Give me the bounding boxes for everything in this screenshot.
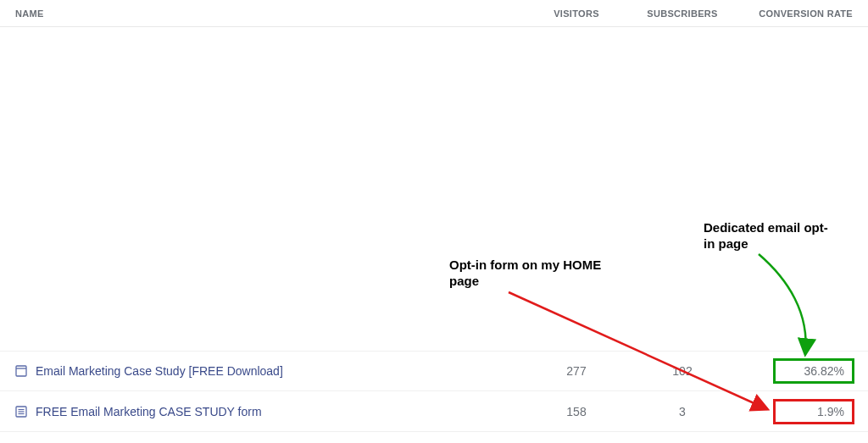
svg-rect-0 xyxy=(16,366,26,376)
conversion-rate-value: 36.82% xyxy=(737,364,868,378)
table-row: Email Marketing Case Study [FREE Downloa… xyxy=(0,351,868,391)
form-name-link[interactable]: Email Marketing Case Study [FREE Downloa… xyxy=(36,364,283,378)
visitors-value: 277 xyxy=(526,364,627,378)
table-header: NAME VISITORS SUBSCRIBERS CONVERSION RAT… xyxy=(0,0,868,27)
form-name-link[interactable]: FREE Email Marketing CASE STUDY form xyxy=(36,405,262,418)
column-header-conversion-rate[interactable]: CONVERSION RATE xyxy=(737,8,868,19)
annotation-dedicated-page: Dedicated email opt-in page xyxy=(704,220,839,252)
column-header-name[interactable]: NAME xyxy=(0,8,526,19)
column-header-subscribers[interactable]: SUBSCRIBERS xyxy=(627,8,737,19)
table-row: FREE Email Marketing CASE STUDY form 158… xyxy=(0,391,868,432)
annotation-opt-in-home: Opt-in form on my HOME page xyxy=(449,257,610,290)
subscribers-value: 102 xyxy=(627,364,737,378)
form-icon xyxy=(15,406,27,418)
column-header-visitors[interactable]: VISITORS xyxy=(526,8,627,19)
page-icon xyxy=(15,365,27,377)
conversion-rate-value: 1.9% xyxy=(737,405,868,418)
visitors-value: 158 xyxy=(526,405,627,418)
subscribers-value: 3 xyxy=(627,405,737,418)
